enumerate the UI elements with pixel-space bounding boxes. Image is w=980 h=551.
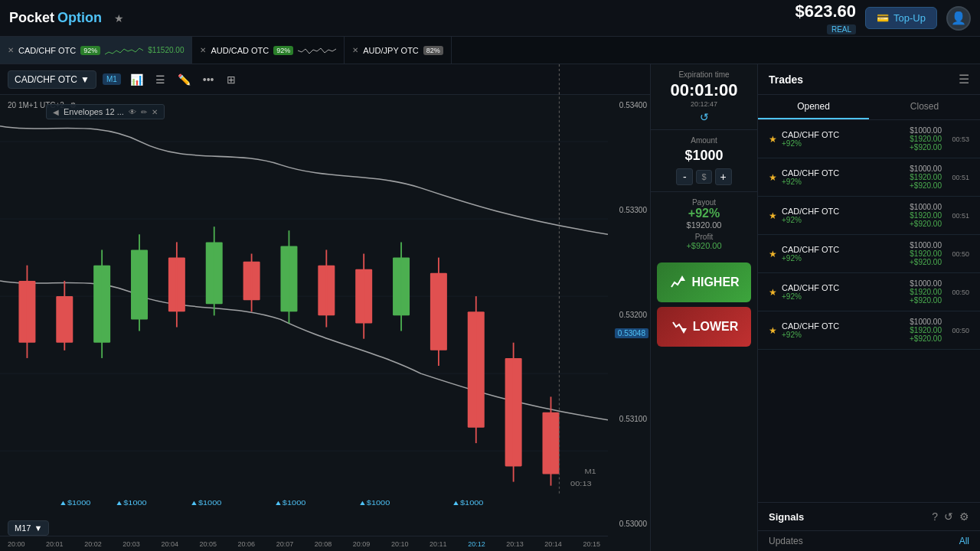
amount-label: Amount — [657, 136, 751, 145]
trade-amounts-2: $1000.00 $1920.00 +$920.00 — [910, 165, 942, 190]
tab-chart-2 — [298, 43, 336, 58]
updates-label: Updates — [769, 536, 803, 546]
topup-button[interactable]: 💳 Top-Up — [865, 7, 937, 29]
refresh-signals-icon[interactable]: ↺ — [944, 510, 953, 523]
time-4: 20:04 — [161, 540, 178, 548]
trade-time-3: 00:51 — [946, 212, 969, 220]
chevron-down-icon-tf: ▼ — [34, 523, 42, 533]
amount-plus-button[interactable]: + — [715, 168, 732, 185]
header-right: $623.60 REAL 💳 Top-Up 👤 — [795, 2, 971, 35]
trading-panel: Expiration time 00:01:00 20:12:47 ↺ Amou… — [651, 64, 758, 551]
time-0: 20:00 — [8, 540, 25, 548]
logo-star-icon[interactable]: ★ — [114, 12, 124, 24]
trade-item: ★ CAD/CHF OTC +92% $1000.00 $1920.00 +$9… — [758, 311, 980, 350]
lower-button[interactable]: LOWER — [657, 307, 751, 347]
svg-text:▲$1000: ▲$1000 — [274, 499, 306, 507]
time-7: 20:07 — [276, 540, 294, 548]
trades-panel: Trades ☰ Opened Closed ★ CAD/CHF OTC +92… — [758, 64, 980, 551]
time-12: 20:12 — [468, 540, 485, 548]
profit-label: Profit — [657, 233, 751, 241]
trade-pct-4: +92% — [782, 254, 905, 262]
payout-label: Payout — [657, 198, 751, 207]
logo: PocketOption — [9, 10, 102, 26]
balance-label: REAL — [827, 24, 856, 34]
trades-header: Trades ☰ — [758, 64, 980, 95]
user-avatar[interactable]: 👤 — [946, 6, 971, 31]
tab-price-1: $11520.00 — [148, 46, 184, 54]
tab-symbol-3: AUD/JPY OTC — [363, 46, 419, 55]
trade-item: ★ CAD/CHF OTC +92% $1000.00 $1920.00 +$9… — [758, 197, 980, 235]
amount-value: $1000 — [657, 148, 751, 164]
trade-invest-2: $1000.00 — [910, 165, 942, 173]
tab-pct-3: 82% — [423, 46, 443, 55]
trade-gain-4: +$920.00 — [910, 258, 942, 266]
time-3: 20:03 — [122, 540, 140, 548]
trade-pct-2: +92% — [782, 178, 905, 186]
trade-amounts-1: $1000.00 $1920.00 +$920.00 — [910, 126, 942, 152]
time-5: 20:05 — [199, 540, 217, 548]
signals-section: Signals ? ↺ ⚙ — [758, 502, 980, 530]
timeframe-selector[interactable]: M17 ▼ — [8, 520, 49, 536]
trade-info-6: CAD/CHF OTC +92% — [782, 321, 905, 339]
balance-display: $623.60 REAL — [795, 2, 857, 35]
trade-info-3: CAD/CHF OTC +92% — [782, 207, 905, 224]
bottom-bar: M17 ▼ — [8, 520, 49, 536]
star-icon: ★ — [769, 325, 777, 336]
trades-tab-closed[interactable]: Closed — [869, 95, 980, 119]
trade-symbol-2: CAD/CHF OTC — [782, 168, 905, 178]
expiration-date: 20:12:47 — [657, 100, 751, 108]
trade-time-6: 00:50 — [946, 327, 969, 334]
trades-tab-opened[interactable]: Opened — [758, 95, 869, 119]
trades-menu-icon[interactable]: ☰ — [959, 72, 969, 86]
trade-gain-5: +$920.00 — [910, 296, 942, 305]
chart-area: CAD/CHF OTC ▼ M1 📊 ☰ ✏️ ••• ⊞ 20 1M+1 UT… — [0, 64, 651, 551]
logo-option: Option — [57, 10, 102, 26]
price-4: 0.53100 — [611, 415, 647, 423]
amount-minus-button[interactable]: - — [676, 168, 693, 185]
header: PocketOption ★ $623.60 REAL 💳 Top-Up 👤 — [0, 0, 980, 37]
svg-marker-44 — [679, 276, 685, 281]
trade-symbol-5: CAD/CHF OTC — [782, 283, 905, 292]
star-icon: ★ — [769, 249, 777, 259]
trade-return-1: $1920.00 — [910, 135, 942, 143]
time-13: 20:13 — [506, 540, 524, 548]
symbol-tabs: ✕ CAD/CHF OTC 92% $11520.00 ✕ AUD/CAD OT… — [0, 37, 980, 64]
refresh-icon[interactable]: ↺ — [657, 111, 751, 123]
tab-aud-cad[interactable]: ✕ AUD/CAD OTC 92% — [192, 37, 345, 64]
trade-amounts-6: $1000.00 $1920.00 +$920.00 — [910, 318, 942, 343]
time-10: 20:10 — [391, 540, 409, 548]
tab-closed-label: Closed — [910, 101, 939, 112]
trade-info-5: CAD/CHF OTC +92% — [782, 283, 905, 301]
help-icon[interactable]: ? — [932, 510, 938, 523]
lower-icon — [670, 318, 688, 336]
trade-time-1: 00:53 — [946, 135, 969, 143]
tab-pct-2: 92% — [273, 46, 293, 55]
avatar-icon: 👤 — [951, 11, 966, 25]
time-labels: 20:00 20:01 20:02 20:03 20:04 20:05 20:0… — [8, 540, 600, 548]
main-content: CAD/CHF OTC ▼ M1 📊 ☰ ✏️ ••• ⊞ 20 1M+1 UT… — [0, 64, 980, 551]
higher-button[interactable]: HIGHER — [657, 262, 751, 302]
signals-bottom: Updates All — [758, 530, 980, 551]
balance-amount: $623.60 — [795, 2, 857, 21]
time-1: 20:01 — [46, 540, 64, 548]
trades-title: Trades — [769, 73, 803, 86]
time-9: 20:09 — [353, 540, 371, 548]
trade-info-4: CAD/CHF OTC +92% — [782, 245, 905, 262]
svg-text:▲$1000: ▲$1000 — [59, 499, 91, 507]
tab-aud-jpy[interactable]: ✕ AUD/JPY OTC 82% — [345, 37, 452, 64]
trade-gain-1: +$920.00 — [910, 143, 942, 152]
trade-invest-6: $1000.00 — [910, 318, 942, 326]
tab-cad-chf[interactable]: ✕ CAD/CHF OTC 92% $11520.00 — [0, 37, 192, 64]
trade-pct-3: +92% — [782, 216, 905, 224]
time-15: 20:15 — [583, 540, 600, 548]
tab-close-icon-3[interactable]: ✕ — [352, 46, 358, 54]
tab-close-icon-2[interactable]: ✕ — [200, 46, 206, 54]
tab-close-icon[interactable]: ✕ — [8, 46, 14, 54]
trade-invest-1: $1000.00 — [910, 126, 942, 135]
settings-signals-icon[interactable]: ⚙ — [959, 510, 969, 523]
trade-item: ★ CAD/CHF OTC +92% $1000.00 $1920.00 +$9… — [758, 273, 980, 311]
trade-gain-6: +$920.00 — [910, 334, 942, 343]
trade-pct-5: +92% — [782, 292, 905, 301]
time-2: 20:02 — [84, 540, 102, 548]
trade-pct-6: +92% — [782, 331, 905, 339]
